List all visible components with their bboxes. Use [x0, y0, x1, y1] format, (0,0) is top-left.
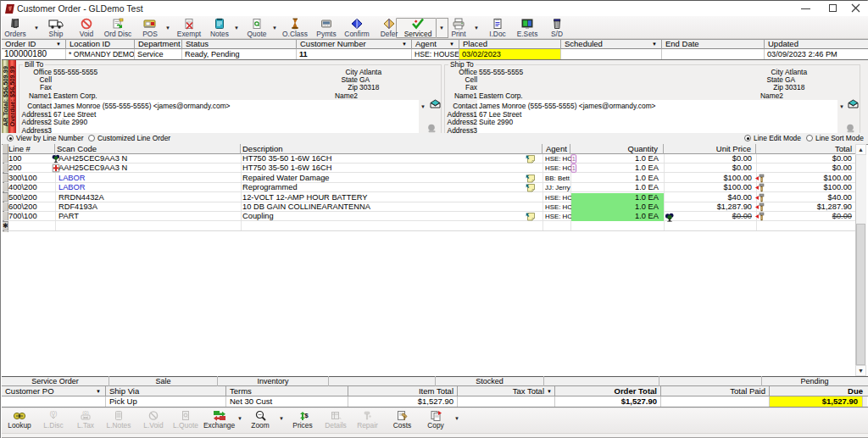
svg-text:(0): (0) — [82, 410, 88, 415]
svg-text:$: $ — [304, 412, 309, 419]
